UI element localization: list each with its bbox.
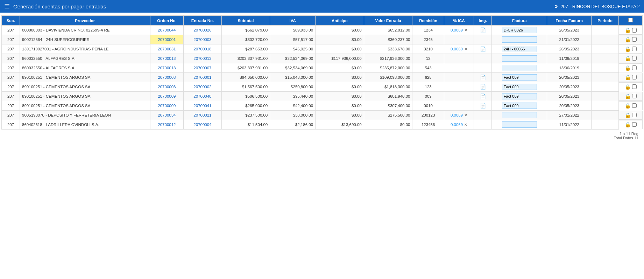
entrada-link[interactable]: 20700041: [193, 104, 211, 108]
cell-lock-checkbox[interactable]: 🔒: [619, 111, 642, 120]
cell-lock-checkbox[interactable]: 🔒: [619, 101, 642, 110]
ica-clear-button[interactable]: ✕: [464, 113, 467, 118]
factura-input[interactable]: [502, 103, 537, 109]
cell-img[interactable]: 📄: [474, 73, 492, 82]
settings-icon[interactable]: ⚙: [554, 4, 558, 9]
document-icon[interactable]: 📄: [480, 75, 486, 80]
entrada-link[interactable]: 20700002: [193, 85, 211, 89]
cell-lock-checkbox[interactable]: 🔒: [619, 54, 642, 63]
row-checkbox[interactable]: [632, 84, 637, 89]
ica-clear-button[interactable]: ✕: [464, 123, 467, 127]
cell-entrada[interactable]: 20700007: [184, 63, 221, 73]
lock-icon[interactable]: 🔒: [625, 65, 631, 71]
cell-entrada[interactable]: 20700002: [184, 82, 221, 92]
entrada-link[interactable]: 20700001: [193, 75, 211, 79]
cell-factura[interactable]: [492, 26, 547, 35]
cell-orden[interactable]: 20700009: [150, 101, 184, 111]
cell-orden[interactable]: 20700012: [150, 120, 184, 130]
cell-entrada[interactable]: 20700001: [184, 73, 221, 82]
cell-orden[interactable]: 20700003: [150, 82, 184, 92]
cell-factura[interactable]: [492, 44, 547, 54]
entrada-link[interactable]: 20700021: [193, 113, 211, 117]
cell-img[interactable]: 📄: [474, 44, 492, 54]
lock-icon[interactable]: 🔒: [625, 56, 631, 61]
document-icon[interactable]: 📄: [480, 93, 486, 99]
cell-lock-checkbox[interactable]: 🔒: [619, 92, 642, 101]
orden-link[interactable]: 20700009: [158, 94, 176, 98]
factura-input[interactable]: [502, 74, 537, 81]
cell-lock-checkbox[interactable]: 🔒: [619, 44, 642, 54]
cell-orden[interactable]: 20700009: [150, 92, 184, 101]
factura-input[interactable]: [502, 55, 537, 62]
entrada-link[interactable]: 20700018: [193, 47, 211, 51]
cell-entrada[interactable]: 20700041: [184, 101, 221, 111]
orden-link[interactable]: 20700003: [158, 85, 176, 89]
lock-icon[interactable]: 🔒: [625, 75, 631, 80]
row-checkbox[interactable]: [632, 28, 637, 33]
row-checkbox[interactable]: [632, 37, 637, 42]
cell-lock-checkbox[interactable]: 🔒: [619, 26, 642, 35]
entrada-link[interactable]: 20700040: [193, 94, 211, 98]
orden-link[interactable]: 20700013: [158, 66, 176, 70]
cell-img[interactable]: 📄: [474, 92, 492, 101]
cell-entrada[interactable]: 20700018: [184, 44, 221, 54]
factura-input[interactable]: [502, 27, 537, 33]
hamburger-menu-icon[interactable]: ☰: [4, 2, 10, 10]
cell-factura[interactable]: [492, 82, 547, 92]
cell-factura[interactable]: [492, 63, 547, 73]
cell-factura[interactable]: [492, 111, 547, 120]
cell-img[interactable]: 📄: [474, 101, 492, 111]
orden-link[interactable]: 20700003: [158, 75, 176, 79]
lock-icon[interactable]: 🔒: [625, 103, 631, 109]
cell-entrada[interactable]: 20700004: [184, 120, 221, 130]
document-icon[interactable]: 📄: [480, 103, 486, 109]
ica-clear-button[interactable]: ✕: [464, 28, 467, 33]
cell-orden[interactable]: 20700013: [150, 63, 184, 73]
row-checkbox[interactable]: [632, 65, 637, 70]
lock-icon[interactable]: 🔒: [625, 27, 631, 33]
factura-input[interactable]: [502, 84, 537, 90]
cell-entrada[interactable]: 20700021: [184, 111, 221, 120]
cell-entrada[interactable]: 20700026: [184, 26, 221, 35]
cell-orden[interactable]: 20700003: [150, 73, 184, 82]
cell-img[interactable]: 📄: [474, 82, 492, 92]
document-icon[interactable]: 📄: [480, 27, 486, 33]
entrada-link[interactable]: 20700026: [193, 28, 211, 32]
select-all-checkbox[interactable]: [628, 18, 633, 22]
row-checkbox[interactable]: [632, 122, 637, 127]
factura-input[interactable]: [502, 46, 537, 52]
row-checkbox[interactable]: [632, 47, 637, 51]
cell-orden[interactable]: 20700034: [150, 111, 184, 120]
lock-icon[interactable]: 🔒: [625, 46, 631, 52]
lock-icon[interactable]: 🔒: [625, 37, 631, 42]
orden-link[interactable]: 20700031: [158, 47, 176, 51]
row-checkbox[interactable]: [632, 56, 637, 61]
orden-link[interactable]: 20700009: [158, 104, 176, 108]
cell-factura[interactable]: [492, 35, 547, 44]
cell-factura[interactable]: [492, 92, 547, 101]
cell-entrada[interactable]: 20700003: [184, 35, 221, 44]
row-checkbox[interactable]: [632, 113, 637, 117]
entrada-link[interactable]: 20700004: [193, 123, 211, 127]
document-icon[interactable]: 📄: [480, 84, 486, 90]
factura-input[interactable]: [502, 112, 537, 118]
lock-icon[interactable]: 🔒: [625, 122, 631, 127]
entrada-link[interactable]: 20700013: [193, 56, 211, 61]
orden-link[interactable]: 20700013: [158, 56, 176, 61]
cell-lock-checkbox[interactable]: 🔒: [619, 35, 642, 44]
factura-input[interactable]: [502, 93, 537, 99]
lock-icon[interactable]: 🔒: [625, 112, 631, 118]
cell-lock-checkbox[interactable]: 🔒: [619, 82, 642, 91]
row-checkbox[interactable]: [632, 75, 637, 79]
cell-factura[interactable]: [492, 120, 547, 130]
cell-orden[interactable]: 20700044: [150, 26, 184, 35]
orden-link[interactable]: 20700044: [158, 28, 176, 32]
lock-icon[interactable]: 🔒: [625, 84, 631, 90]
cell-factura[interactable]: [492, 101, 547, 111]
cell-img[interactable]: 📄: [474, 26, 492, 35]
orden-link[interactable]: 20700012: [158, 123, 176, 127]
cell-lock-checkbox[interactable]: 🔒: [619, 120, 642, 129]
factura-input[interactable]: [502, 121, 537, 128]
cell-lock-checkbox[interactable]: 🔒: [619, 63, 642, 72]
entrada-link[interactable]: 20700007: [193, 66, 211, 70]
